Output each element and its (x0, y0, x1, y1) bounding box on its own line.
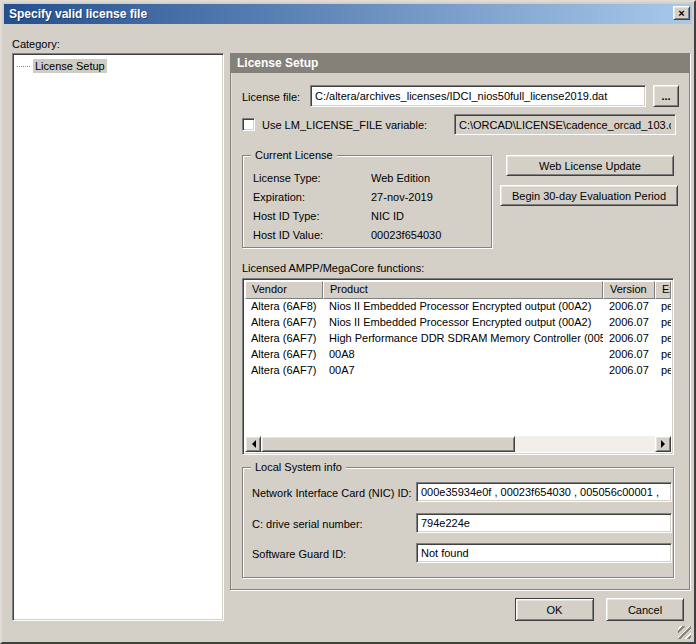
lm-license-label: Use LM_LICENSE_FILE variable: (262, 119, 427, 131)
license-file-input[interactable] (310, 85, 646, 107)
cell-vendor: Altera (6AF7) (245, 347, 323, 363)
cell-expiration: pe (655, 299, 671, 315)
nic-id-input[interactable] (416, 482, 672, 502)
panel-header: License Setup (230, 53, 690, 73)
cell-vendor: Altera (6AF7) (245, 363, 323, 379)
cell-expiration: pe (655, 315, 671, 331)
web-license-update-button[interactable]: Web License Update (506, 155, 674, 176)
license-info-row: License Type: Web Edition (243, 172, 491, 186)
cell-product: 00A8 (323, 347, 603, 363)
scroll-left-icon (248, 440, 256, 448)
license-info-row: Host ID Type: NIC ID (243, 210, 491, 224)
tree-item-license-setup[interactable]: License Setup (17, 58, 107, 74)
cell-product: High Performance DDR SDRAM Memory Contro… (323, 331, 603, 347)
browse-button[interactable]: ... (653, 85, 679, 107)
lm-license-checkbox[interactable] (242, 118, 255, 131)
license-info-row: Expiration: 27-nov-2019 (243, 191, 491, 205)
column-header-vendor[interactable]: Vendor (245, 281, 323, 299)
table-row[interactable]: Altera (6AF7) Nios II Embedded Processor… (245, 315, 671, 331)
cell-version: 2006.07 (603, 363, 655, 379)
scroll-right-button[interactable] (655, 436, 671, 452)
window-title: Specify valid license file (9, 7, 147, 21)
table-row[interactable]: Altera (6AF7) 00A8 2006.07 pe (245, 347, 671, 363)
cell-expiration: pe (655, 331, 671, 347)
scroll-left-button[interactable] (245, 436, 261, 452)
functions-table: Vendor Product Version Ex Altera (6AF8) … (242, 278, 674, 455)
license-info-row: Host ID Value: 00023f654030 (243, 229, 491, 243)
license-dialog: Specify valid license file × Category: L… (0, 0, 696, 644)
lm-license-input[interactable] (454, 114, 676, 135)
category-tree[interactable]: License Setup (12, 53, 224, 621)
column-header-expiration[interactable]: Ex (655, 281, 671, 299)
info-value: 00023f654030 (371, 229, 441, 241)
cell-product: Nios II Embedded Processor Encrypted out… (323, 299, 603, 315)
column-header-product[interactable]: Product (323, 281, 603, 299)
table-horizontal-scrollbar[interactable] (245, 436, 671, 452)
nic-id-label: Network Interface Card (NIC) ID: (252, 487, 412, 499)
info-value: NIC ID (371, 210, 404, 222)
column-header-version[interactable]: Version (603, 281, 655, 299)
cell-version: 2006.07 (603, 331, 655, 347)
title-bar: Specify valid license file (4, 4, 692, 24)
cell-product: Nios II Embedded Processor Encrypted out… (323, 315, 603, 331)
cell-vendor: Altera (6AF7) (245, 315, 323, 331)
cell-vendor: Altera (6AF7) (245, 331, 323, 347)
cell-version: 2006.07 (603, 347, 655, 363)
close-icon: × (678, 8, 684, 18)
table-row[interactable]: Altera (6AF8) Nios II Embedded Processor… (245, 299, 671, 315)
table-header: Vendor Product Version Ex (245, 281, 671, 299)
ok-button[interactable]: OK (515, 598, 594, 621)
local-system-title: Local System info (251, 461, 346, 473)
software-guard-label: Software Guard ID: (252, 548, 346, 560)
scrollbar-thumb[interactable] (261, 436, 515, 452)
cell-product: 00A7 (323, 363, 603, 379)
license-file-label: License file: (242, 91, 300, 103)
scroll-right-icon (661, 440, 669, 448)
cell-expiration: pe (655, 347, 671, 363)
cell-version: 2006.07 (603, 315, 655, 331)
cell-vendor: Altera (6AF8) (245, 299, 323, 315)
info-value: Web Edition (371, 172, 430, 184)
current-license-group: Current License License Type: Web Editio… (242, 155, 492, 248)
cell-expiration: pe (655, 363, 671, 379)
category-label: Category: (12, 38, 60, 50)
info-label: Expiration: (253, 191, 305, 203)
drive-serial-input[interactable] (416, 513, 672, 533)
info-label: Host ID Value: (253, 229, 323, 241)
info-value: 27-nov-2019 (371, 191, 433, 203)
evaluation-period-button[interactable]: Begin 30-day Evaluation Period (500, 185, 678, 206)
current-license-title: Current License (251, 149, 337, 161)
cancel-button[interactable]: Cancel (606, 598, 684, 621)
drive-serial-label: C: drive serial number: (252, 518, 363, 530)
software-guard-input[interactable] (416, 543, 672, 563)
tree-item-label: License Setup (33, 59, 107, 73)
table-row[interactable]: Altera (6AF7) 00A7 2006.07 pe (245, 363, 671, 379)
cell-version: 2006.07 (603, 299, 655, 315)
functions-label: Licensed AMPP/MegaCore functions: (242, 262, 424, 274)
info-label: Host ID Type: (253, 210, 319, 222)
info-label: License Type: (253, 172, 321, 184)
table-row[interactable]: Altera (6AF7) High Performance DDR SDRAM… (245, 331, 671, 347)
resize-grip-icon[interactable] (678, 626, 691, 639)
tree-connector-icon (17, 66, 30, 67)
close-button[interactable]: × (673, 6, 690, 20)
